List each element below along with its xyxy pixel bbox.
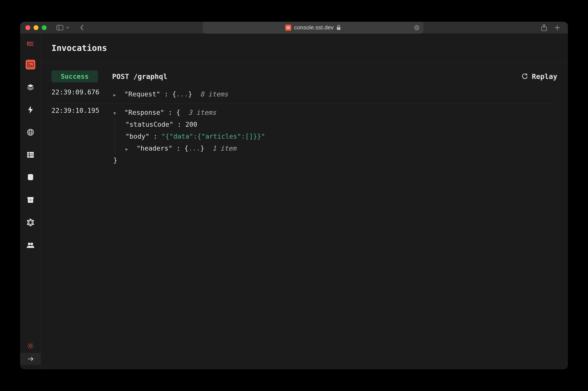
request-items-count: 8 items xyxy=(200,90,228,98)
svg-point-22 xyxy=(30,243,33,245)
svg-point-20 xyxy=(30,225,31,226)
ellipsis: ... xyxy=(176,90,188,98)
replay-icon xyxy=(522,74,528,79)
replay-button[interactable]: Replay xyxy=(522,72,557,81)
window-close-button[interactable] xyxy=(25,25,30,30)
status-badge: Success xyxy=(52,70,98,83)
address-bar[interactable]: console.sst.dev ••• xyxy=(202,22,423,34)
response-header-line[interactable]: ▼ "Response" : { 3 items xyxy=(113,106,265,118)
database-icon[interactable] xyxy=(26,173,35,182)
sidebar-toggle-icon[interactable] xyxy=(56,24,64,31)
svg-point-21 xyxy=(28,243,30,245)
titlebar: console.sst.dev ••• xyxy=(20,22,568,34)
headers-line[interactable]: ▶ "headers" : {...} 1 item xyxy=(126,142,265,154)
svg-rect-12 xyxy=(27,197,34,199)
reader-icon[interactable]: ••• xyxy=(414,25,419,30)
svg-rect-4 xyxy=(28,62,33,67)
sun-icon[interactable] xyxy=(26,341,35,351)
caret-right-icon: ▶ xyxy=(126,145,130,153)
body-line: "body" : "{"data":{"articles":[]}}" xyxy=(126,130,265,142)
request-timestamp: 22:39:09.676 xyxy=(52,88,113,96)
response-key: "Response" xyxy=(124,108,164,116)
svg-point-15 xyxy=(30,219,31,220)
svg-point-17 xyxy=(32,220,34,221)
page-title: Invocations xyxy=(52,43,107,53)
window-minimize-button[interactable] xyxy=(34,25,38,30)
address-url: console.sst.dev xyxy=(294,24,333,31)
share-icon[interactable] xyxy=(540,24,548,31)
response-close-brace: } xyxy=(113,154,265,166)
statuscode-line: "statusCode" : 200 xyxy=(126,118,265,130)
back-button[interactable] xyxy=(78,24,85,31)
page-header: Invocations xyxy=(41,34,568,62)
svg-point-16 xyxy=(27,220,28,221)
svg-rect-13 xyxy=(28,199,33,203)
request-row[interactable]: 22:39:09.676 ▶ "Request" : {...} 8 items xyxy=(52,85,557,103)
table-icon[interactable] xyxy=(26,150,35,160)
users-icon[interactable] xyxy=(26,240,35,250)
caret-down-icon: ▼ xyxy=(113,109,117,117)
lock-icon xyxy=(336,25,341,30)
sidebar xyxy=(20,34,41,369)
sst-logo-icon[interactable] xyxy=(26,39,35,49)
new-tab-icon[interactable] xyxy=(554,24,561,31)
svg-rect-2 xyxy=(337,27,340,30)
graphql-icon[interactable] xyxy=(26,218,35,227)
body-value: "{"data":{"articles":[]}}" xyxy=(161,132,265,140)
statuscode-value: 200 xyxy=(185,120,197,128)
response-items-count: 3 items xyxy=(188,108,216,116)
archive-icon[interactable] xyxy=(26,195,35,205)
svg-point-18 xyxy=(27,224,28,225)
collapse-sidebar-icon[interactable] xyxy=(20,353,41,365)
method-path: POST /graphql xyxy=(112,72,167,81)
svg-rect-0 xyxy=(57,25,63,30)
request-key: "Request" xyxy=(124,90,160,98)
replay-label: Replay xyxy=(532,72,557,81)
site-icon xyxy=(285,24,291,31)
svg-point-23 xyxy=(29,345,32,347)
svg-point-19 xyxy=(32,224,34,225)
lightning-icon[interactable] xyxy=(26,105,35,114)
traffic-lights xyxy=(25,25,47,30)
svg-rect-7 xyxy=(27,152,34,157)
window-zoom-button[interactable] xyxy=(42,25,47,30)
globe-icon[interactable] xyxy=(26,127,35,137)
chevron-down-icon[interactable] xyxy=(65,24,69,31)
layers-icon[interactable] xyxy=(26,82,35,92)
headers-items-count: 1 item xyxy=(212,144,236,152)
response-row: 22:39:10.195 ▼ "Response" : { 3 items "s… xyxy=(52,103,557,169)
svg-rect-14 xyxy=(30,200,31,200)
browser-window: console.sst.dev ••• xyxy=(20,22,568,369)
response-timestamp: 22:39:10.195 xyxy=(52,106,113,114)
main-panel: Invocations Success POST /graphql Replay xyxy=(41,34,568,369)
caret-right-icon: ▶ xyxy=(113,91,117,99)
terminal-icon[interactable] xyxy=(26,60,35,69)
